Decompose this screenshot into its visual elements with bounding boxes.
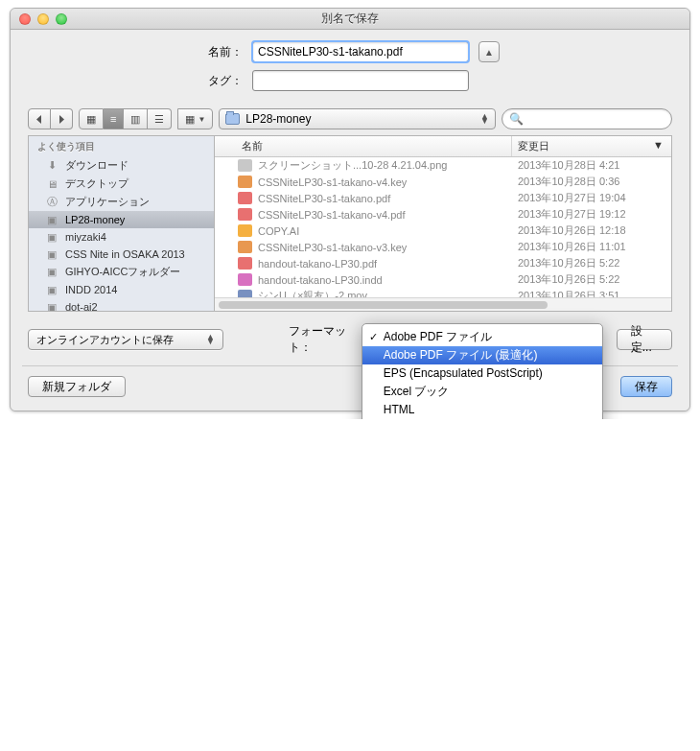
file-type-icon <box>238 159 252 172</box>
file-list[interactable]: スクリーンショット...10-28 4.21.04.png2013年10月28日… <box>215 157 671 297</box>
new-folder-button[interactable]: 新規フォルダ <box>28 376 126 397</box>
format-menu-item[interactable]: Adobe PDF ファイル <box>362 328 602 346</box>
format-menu-item[interactable]: Excel ブック <box>362 383 602 401</box>
sidebar-item[interactable]: ▣INDD 2014 <box>29 281 214 298</box>
search-field[interactable]: 🔍 <box>502 108 672 129</box>
save-as-dialog: 別名で保存 名前： ▲ タグ： ▦ ≡ ▥ ☰ ▦ ▼ <box>10 8 690 411</box>
file-name: シンU（×親友）-2.mov <box>258 289 367 297</box>
column-view-button[interactable]: ▥ <box>124 108 148 129</box>
file-name: CSSNiteLP30-s1-takano-v4.key <box>258 176 407 188</box>
file-list-header: 名前 変更日▼ <box>215 136 671 157</box>
sidebar-item-label: GIHYO-AICCフォルダー <box>65 265 180 279</box>
folder-icon <box>225 113 240 125</box>
arrange-button[interactable]: ▦ ▼ <box>177 108 213 129</box>
download-icon: ⬇ <box>44 159 59 173</box>
titlebar[interactable]: 別名で保存 <box>11 9 689 30</box>
column-name[interactable]: 名前 <box>215 136 512 156</box>
location-popup[interactable]: LP28-money ▲▼ <box>219 108 496 129</box>
file-type-icon <box>238 257 252 270</box>
file-name: スクリーンショット...10-28 4.21.04.png <box>258 158 447 173</box>
file-row[interactable]: スクリーンショット...10-28 4.21.04.png2013年10月28日… <box>215 157 671 174</box>
sidebar-item[interactable]: Ⓐアプリケーション <box>29 193 214 211</box>
tag-input[interactable] <box>252 70 469 91</box>
sidebar-item-label: CSS Nite in OSAKA 2013 <box>65 248 185 260</box>
collapse-toggle-button[interactable]: ▲ <box>478 41 500 62</box>
name-label: 名前： <box>28 44 252 60</box>
file-name: COPY.AI <box>258 225 299 237</box>
app-icon: Ⓐ <box>44 196 59 209</box>
updown-icon: ▲▼ <box>480 114 489 124</box>
file-row[interactable]: CSSNiteLP30-s1-takano.pdf2013年10月27日 19:… <box>215 190 671 206</box>
file-row[interactable]: CSSNiteLP30-s1-takano-v4.key2013年10月28日 … <box>215 174 671 190</box>
forward-button[interactable] <box>51 108 73 129</box>
arrange-group: ▦ ▼ <box>177 108 213 129</box>
file-date: 2013年10月26日 5:22 <box>512 256 671 270</box>
file-name: handout-takano-LP30.pdf <box>258 258 377 270</box>
file-name: CSSNiteLP30-s1-takano-v3.key <box>258 242 407 253</box>
sidebar-item[interactable]: 🖥デスクトップ <box>29 175 214 193</box>
folder-icon: ▣ <box>44 266 59 279</box>
folder-icon: ▣ <box>44 230 59 244</box>
format-popup[interactable]: Adobe PDF ファイルAdobe PDF ファイル (最適化)EPS (E… <box>367 329 594 350</box>
format-menu-item[interactable]: EPS (Encapsulated PostScript) <box>362 364 602 383</box>
file-date: 2013年10月26日 3:51 <box>512 289 671 297</box>
list-view-button[interactable]: ≡ <box>104 108 124 129</box>
sidebar-section-header: よく使う項目 <box>29 136 214 156</box>
filename-input[interactable] <box>252 41 469 62</box>
sidebar-item-label: miyzaki4 <box>65 231 106 243</box>
search-input[interactable] <box>527 113 665 125</box>
file-row[interactable]: CSSNiteLP30-s1-takano-v4.pdf2013年10月27日 … <box>215 206 671 223</box>
search-icon: 🔍 <box>509 112 524 126</box>
folder-icon: ▣ <box>44 300 59 311</box>
sidebar-item[interactable]: ▣miyzaki4 <box>29 228 214 246</box>
sidebar-item[interactable]: ▣GIHYO-AICCフォルダー <box>29 263 214 281</box>
file-row[interactable]: シンU（×親友）-2.mov2013年10月26日 3:51 <box>215 288 671 297</box>
file-date: 2013年10月26日 12:18 <box>512 223 671 238</box>
file-row[interactable]: COPY.AI2013年10月26日 12:18 <box>215 223 671 239</box>
sort-indicator-icon: ▼ <box>653 139 664 153</box>
settings-button[interactable]: 設定... <box>617 329 672 350</box>
format-menu-item[interactable]: Adobe PDF ファイル (最適化) <box>362 346 602 364</box>
file-row[interactable]: CSSNiteLP30-s1-takano-v3.key2013年10月26日 … <box>215 239 671 255</box>
column-modified[interactable]: 変更日▼ <box>512 136 671 156</box>
file-type-icon <box>238 192 252 204</box>
updown-icon: ▲▼ <box>206 335 215 344</box>
file-type-icon <box>238 273 252 286</box>
file-date: 2013年10月26日 5:22 <box>512 272 671 287</box>
file-date: 2013年10月27日 19:04 <box>512 191 671 205</box>
back-button[interactable] <box>28 108 51 129</box>
window-title: 別名で保存 <box>11 11 689 27</box>
file-type-icon <box>238 241 252 253</box>
tag-label: タグ： <box>28 73 252 89</box>
sidebar-item[interactable]: ▣CSS Nite in OSAKA 2013 <box>29 246 214 263</box>
file-type-icon <box>238 224 252 237</box>
sidebar-item[interactable]: ⬇ダウンロード <box>29 156 214 175</box>
desktop-icon: 🖥 <box>44 177 59 191</box>
coverflow-view-button[interactable]: ☰ <box>148 108 172 129</box>
sidebar-item-label: LP28-money <box>65 214 125 225</box>
sidebar-item-label: デスクトップ <box>65 176 128 191</box>
file-type-icon <box>238 176 252 188</box>
view-mode-group: ▦ ≡ ▥ ☰ <box>79 108 172 129</box>
online-account-popup[interactable]: オンラインアカウントに保存 ▲▼ <box>28 329 223 350</box>
sidebar-item-label: ダウンロード <box>65 158 128 173</box>
sidebar-item[interactable]: ▣LP28-money <box>29 211 214 228</box>
file-date: 2013年10月27日 19:12 <box>512 207 671 222</box>
file-date: 2013年10月26日 11:01 <box>512 240 671 254</box>
sidebar-item-label: アプリケーション <box>65 195 150 209</box>
file-name: CSSNiteLP30-s1-takano-v4.pdf <box>258 209 405 221</box>
file-type-icon <box>238 208 252 221</box>
format-menu-item[interactable]: HTML <box>362 401 602 419</box>
horizontal-scrollbar[interactable] <box>215 297 671 311</box>
file-row[interactable]: handout-takano-LP30.indd2013年10月26日 5:22 <box>215 271 671 288</box>
browser-toolbar: ▦ ≡ ▥ ☰ ▦ ▼ LP28-money ▲▼ 🔍 <box>28 99 672 135</box>
format-menu[interactable]: Adobe PDF ファイルAdobe PDF ファイル (最適化)EPS (E… <box>362 323 603 419</box>
nav-back-forward <box>28 108 73 129</box>
icon-view-button[interactable]: ▦ <box>79 108 104 129</box>
file-browser: よく使う項目 ⬇ダウンロード🖥デスクトップⒶアプリケーション▣LP28-mone… <box>28 135 672 312</box>
folder-icon: ▣ <box>44 213 59 226</box>
save-button[interactable]: 保存 <box>620 376 672 397</box>
file-row[interactable]: handout-takano-LP30.pdf2013年10月26日 5:22 <box>215 255 671 271</box>
folder-icon: ▣ <box>44 283 59 296</box>
sidebar-item[interactable]: ▣dot-ai2 <box>29 298 214 311</box>
